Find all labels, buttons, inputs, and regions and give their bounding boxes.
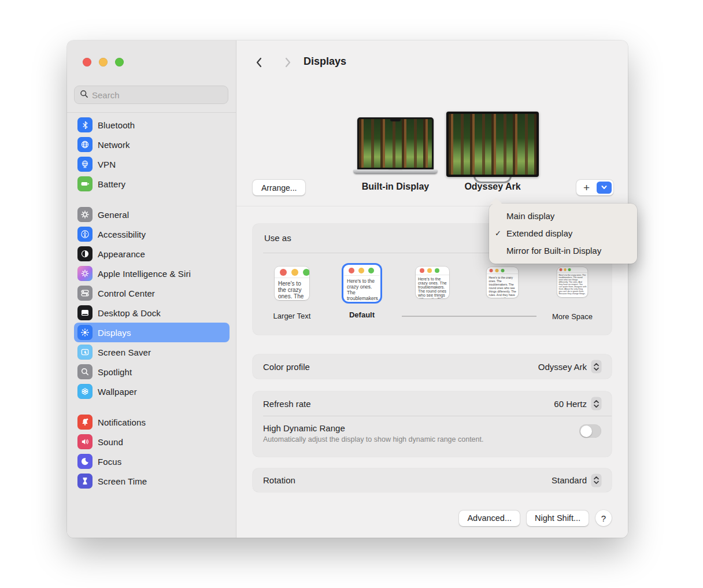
preview-traffic-lights [487,267,519,274]
preview-dot [435,268,439,273]
scale-option-default[interactable]: Here's to the crazy ones. The troublemak… [344,265,380,301]
sidebar-item-displays[interactable]: Displays [74,323,230,342]
display-mode-menu: Main display✓Extended displayMirror for … [489,204,637,264]
sidebar-item-label: Spotlight [98,367,132,377]
search-icon [80,90,88,101]
back-button[interactable] [251,56,267,71]
hdr-description: Automatically adjust the display to show… [263,435,483,443]
preview-sample-text: Here's to the crazy ones. The troublemak… [344,276,380,301]
sidebar-item-wallpaper[interactable]: Wallpaper [74,382,230,401]
laptop-base [353,169,438,174]
popover-arrow [490,198,502,204]
chevron-left-icon [254,57,264,70]
builtin-display-thumbnail[interactable] [353,117,438,174]
sidebar-item-label: Battery [98,179,125,189]
sidebar-item-label: Desktop & Dock [98,308,161,318]
sidebar-item-accessibility[interactable]: Accessibility [74,224,230,244]
color-profile-select[interactable]: Odyssey Ark [538,360,601,373]
scale-preview-window: Here's to the crazy ones. The troublemak… [275,267,309,300]
sidebar-group: GeneralAccessibilityAppearanceApple Inte… [74,205,230,401]
battery-icon [77,176,92,191]
window-controls [83,58,124,66]
help-button[interactable]: ? [595,510,612,526]
sidebar-item-apple-intelligence-siri[interactable]: Apple Intelligence & Siri [74,264,230,283]
menu-item-mirror-for-built-in-display[interactable]: Mirror for Built-in Display [489,242,637,260]
scale-option-label: Larger Text [273,312,311,320]
sidebar-item-spotlight[interactable]: Spotlight [74,362,230,382]
search-input[interactable] [92,90,223,100]
displays-pane: Displays Arrange... Built-in Display Ody… [236,40,628,538]
refresh-rate-label: Refresh rate [263,399,311,409]
sidebar-item-appearance[interactable]: Appearance [74,244,230,264]
scale-preview-window: Here's to the crazy ones. The troublemak… [557,267,588,297]
sidebar-item-label: VPN [98,160,116,169]
stepper-icon[interactable] [591,360,601,373]
menu-item-extended-display[interactable]: ✓Extended display [489,225,637,242]
refresh-rate-select[interactable]: 60 Hertz [554,397,601,410]
sidebar-item-battery[interactable]: Battery [74,174,230,194]
sidebar-item-screen-time[interactable]: Screen Time [74,471,230,491]
stepper-icon[interactable] [591,397,601,410]
refresh-rate-card: Refresh rate 60 Hertz High Dynamic Range… [253,391,612,457]
sidebar-item-label: Wallpaper [98,387,137,397]
preview-dot [560,268,563,271]
arrange-button[interactable]: Arrange... [253,180,305,195]
forward-button[interactable] [280,56,295,71]
sidebar-item-focus[interactable]: Focus [74,452,230,471]
use-as-label: Use as [264,233,291,243]
sidebar-nav: BluetoothNetworkVPNBatteryGeneralAccessi… [74,115,230,502]
preview-dot [568,268,571,271]
spotlight-icon [77,364,92,379]
sidebar-item-screen-saver[interactable]: Screen Saver [74,342,230,362]
sidebar-item-vpn[interactable]: VPN [74,154,230,174]
hdr-toggle[interactable] [579,424,601,438]
sidebar-item-label: Notifications [98,417,146,427]
hdr-row: High Dynamic Range Automatically adjust … [253,416,612,443]
preview-dot [495,269,499,272]
add-display-menu-button[interactable] [597,182,612,194]
desktop-dock-icon [77,305,92,320]
scale-option-4[interactable]: Here's to the crazy ones. The troublemak… [487,267,519,298]
stepper-icon[interactable] [591,474,601,487]
external-display-thumbnail[interactable] [446,112,539,183]
sidebar-item-label: Accessibility [98,230,146,239]
close-button[interactable] [83,58,91,66]
refresh-rate-value: 60 Hertz [554,399,587,409]
sidebar: BluetoothNetworkVPNBatteryGeneralAccessi… [67,40,236,538]
sidebar-item-label: Network [98,140,130,150]
scale-option-more-space[interactable]: Here's to the crazy ones. The troublemak… [557,267,588,297]
scale-option-larger-text[interactable]: Here's to the crazy ones. The troublemak… [275,267,309,300]
rotation-select[interactable]: Standard [552,474,601,487]
zoom-button[interactable] [115,58,124,66]
sidebar-item-general[interactable]: General [74,205,230,224]
hdr-label: High Dynamic Range [263,423,483,433]
sidebar-item-network[interactable]: Network [74,135,230,154]
menu-item-main-display[interactable]: Main display [489,208,637,225]
preview-dot [427,268,432,273]
hourglass-icon [77,474,92,489]
sidebar-item-label: Screen Time [98,476,147,486]
sidebar-item-notifications[interactable]: Notifications [74,412,230,432]
sidebar-item-label: Appearance [98,249,145,259]
search-field[interactable] [74,86,228,104]
night-shift-button[interactable]: Night Shift... [527,511,589,526]
sidebar-item-sound[interactable]: Sound [74,432,230,452]
bell-icon [77,415,92,430]
rotation-card: Rotation Standard [253,468,612,492]
advanced-button[interactable]: Advanced... [459,511,520,526]
page-title: Displays [304,56,346,68]
preview-dot [280,269,287,276]
sidebar-item-desktop-dock[interactable]: Desktop & Dock [74,303,230,323]
rotation-label: Rotation [263,475,295,485]
color-profile-label: Color profile [263,362,310,372]
sidebar-group: NotificationsSoundFocusScreen Time [74,412,230,491]
preview-dot [368,268,374,273]
scale-option-3[interactable]: Here's to the crazy ones. The troublemak… [416,267,449,298]
preview-traffic-lights [344,265,380,276]
sidebar-group: BluetoothNetworkVPNBattery [74,115,230,194]
minimize-button[interactable] [99,58,108,66]
scale-preview-window: Here's to the crazy ones. The troublemak… [487,267,519,298]
add-display-button[interactable]: + [576,180,597,195]
sidebar-item-bluetooth[interactable]: Bluetooth [74,115,230,135]
sidebar-item-control-center[interactable]: Control Center [74,283,230,303]
